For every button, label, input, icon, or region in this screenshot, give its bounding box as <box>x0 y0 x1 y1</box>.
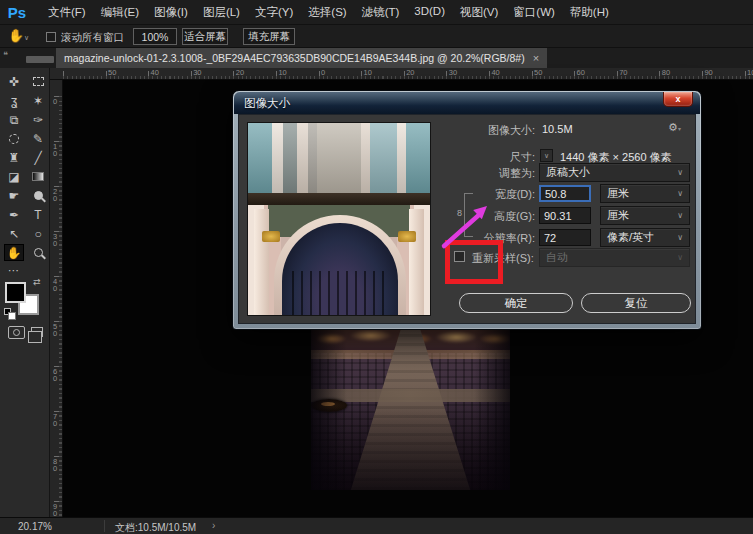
ok-button[interactable]: 确定 <box>459 293 573 313</box>
menu-item-3[interactable]: 图层(L) <box>203 5 240 20</box>
dialog-close-button[interactable]: x <box>663 92 693 107</box>
eyedropper-tool[interactable]: ✑ <box>28 111 48 128</box>
quick-selection-tool[interactable]: ✶ <box>28 92 48 109</box>
smudge-tool[interactable]: ☛ <box>4 187 24 204</box>
color-swatches: ⇄ <box>5 280 45 320</box>
tool-preset-chevron-icon[interactable]: ∨ <box>24 34 29 42</box>
healing-brush-tool-icon <box>9 134 19 144</box>
status-zoom-level[interactable]: 20.17% <box>18 521 52 532</box>
hruler-label: 40 <box>491 68 499 77</box>
menu-bar: Ps 文件(F)编辑(E)图像(I)图层(L)文字(Y)选择(S)滤镜(T)3D… <box>0 0 753 25</box>
vruler-label: 70 <box>52 413 58 427</box>
edit-toolbar-icon[interactable]: ⋯ <box>8 264 20 277</box>
collapse-panel-icon[interactable]: ❝ <box>3 50 8 60</box>
vruler-label: 50 <box>52 323 58 337</box>
vertical-ruler[interactable]: 0102030405060708090 <box>50 80 63 517</box>
scroll-all-windows-checkbox[interactable] <box>46 32 56 42</box>
ellipse-tool[interactable]: ○ <box>28 225 48 242</box>
menu-item-8[interactable]: 视图(V) <box>460 5 498 20</box>
tab-close-icon[interactable]: × <box>533 52 539 64</box>
crop-tool[interactable]: ⧉ <box>4 111 24 128</box>
vruler-label: 0 <box>52 98 58 105</box>
scroll-all-windows-label: 滚动所有窗口 <box>61 31 124 45</box>
resolution-unit-value: 像素/英寸 <box>607 230 654 245</box>
hand-tool[interactable]: ✋ <box>4 244 24 261</box>
hruler-label: 20 <box>406 68 414 77</box>
gradient-tool[interactable] <box>28 168 48 185</box>
clone-stamp-tool[interactable]: ♜ <box>4 149 24 166</box>
rectangular-marquee-tool-icon <box>33 77 44 86</box>
chevron-down-icon: ∨ <box>677 253 683 262</box>
type-tool[interactable]: T <box>28 206 48 223</box>
annotation-arrow <box>430 198 496 254</box>
path-selection-tool[interactable]: ↖ <box>4 225 24 242</box>
brush-tool[interactable]: ╱ <box>28 149 48 166</box>
fit-to-value: 原稿大小 <box>546 165 590 180</box>
menu-item-10[interactable]: 帮助(H) <box>570 5 609 20</box>
height-input[interactable] <box>539 207 591 224</box>
pencil-tool[interactable]: ✎ <box>28 130 48 147</box>
tools-grid: ✜ʓ✶⧉✑✎♜╱◪☛✒T↖○✋ <box>0 73 50 273</box>
fill-screen-button[interactable]: 填充屏幕 <box>243 28 295 45</box>
vruler-label: 10 <box>52 143 58 157</box>
zoom-percent-field[interactable]: 100% <box>133 28 177 45</box>
hruler-label: 40 <box>151 68 159 77</box>
healing-brush-tool[interactable] <box>4 130 24 147</box>
zoom-tool[interactable] <box>28 244 48 261</box>
fit-screen-button[interactable]: 适合屏幕 <box>182 28 228 45</box>
vruler-label: 30 <box>52 233 58 247</box>
resolution-unit-dropdown[interactable]: 像素/英寸 ∨ <box>600 228 690 247</box>
tab-drag-chip <box>26 56 54 63</box>
hruler-label: 30 <box>193 68 201 77</box>
horizontal-ruler[interactable]: 50403020100102030405060708090100 <box>50 68 753 80</box>
hruler-label: 10 <box>364 68 372 77</box>
height-unit-dropdown[interactable]: 厘米 ∨ <box>600 206 690 225</box>
foreground-color-swatch[interactable] <box>5 282 26 303</box>
hruler-label: 70 <box>619 68 627 77</box>
chevron-down-icon: ∨ <box>677 168 683 177</box>
swap-colors-icon[interactable]: ⇄ <box>33 277 41 287</box>
status-expander-icon[interactable]: › <box>212 520 215 531</box>
dialog-title[interactable]: 图像大小 <box>234 92 700 114</box>
hruler-label: 60 <box>577 68 585 77</box>
dimensions-chevron[interactable]: ∨ <box>540 149 553 162</box>
gradient-tool-icon <box>32 172 44 181</box>
dimensions-label: 尺寸: <box>415 150 535 165</box>
eraser-tool[interactable]: ◪ <box>4 168 24 185</box>
fit-to-dropdown[interactable]: 原稿大小 ∨ <box>539 163 690 182</box>
preview-cornice <box>248 193 430 205</box>
zoom-tool-icon <box>34 248 43 257</box>
screen-mode-icon[interactable] <box>31 327 43 337</box>
dialog-options-gear-icon[interactable]: ⚙▾ <box>668 121 681 134</box>
document-tab[interactable]: magazine-unlock-01-2.3.1008-_0BF29A4EC79… <box>56 48 547 68</box>
default-colors-icon[interactable] <box>4 308 11 315</box>
hruler-label: 0 <box>321 68 325 77</box>
menu-item-7[interactable]: 3D(D) <box>414 5 445 20</box>
quick-mask-icon[interactable] <box>8 326 25 339</box>
menu-item-6[interactable]: 滤镜(T) <box>362 5 400 20</box>
gear-icon: ⚙ <box>668 121 678 133</box>
move-tool[interactable]: ✜ <box>4 73 24 90</box>
dodge-tool[interactable] <box>28 187 48 204</box>
menu-item-5[interactable]: 选择(S) <box>308 5 346 20</box>
tab-bar: ❝ magazine-unlock-01-2.3.1008-_0BF29A4EC… <box>0 48 753 68</box>
dialog-preview-image[interactable] <box>247 122 431 316</box>
pen-tool[interactable]: ✒ <box>4 206 24 223</box>
rectangular-marquee-tool[interactable] <box>28 73 48 90</box>
menu-items: 文件(F)编辑(E)图像(I)图层(L)文字(Y)选择(S)滤镜(T)3D(D)… <box>34 5 609 20</box>
menu-item-9[interactable]: 窗口(W) <box>513 5 555 20</box>
menu-item-2[interactable]: 图像(I) <box>154 5 188 20</box>
width-input[interactable] <box>539 185 591 202</box>
hruler-label: 90 <box>704 68 712 77</box>
menu-item-4[interactable]: 文字(Y) <box>255 5 293 20</box>
reset-button[interactable]: 复位 <box>581 293 691 313</box>
preview-facade-windows <box>248 123 430 195</box>
menu-item-0[interactable]: 文件(F) <box>48 5 86 20</box>
width-unit-dropdown[interactable]: 厘米 ∨ <box>600 184 690 203</box>
resolution-input[interactable] <box>539 229 591 246</box>
lasso-tool[interactable]: ʓ <box>4 92 24 109</box>
hruler-label: 30 <box>449 68 457 77</box>
hand-tool-icon: ✋ <box>8 28 24 43</box>
menu-item-1[interactable]: 编辑(E) <box>101 5 139 20</box>
vruler-label: 90 <box>52 503 58 517</box>
